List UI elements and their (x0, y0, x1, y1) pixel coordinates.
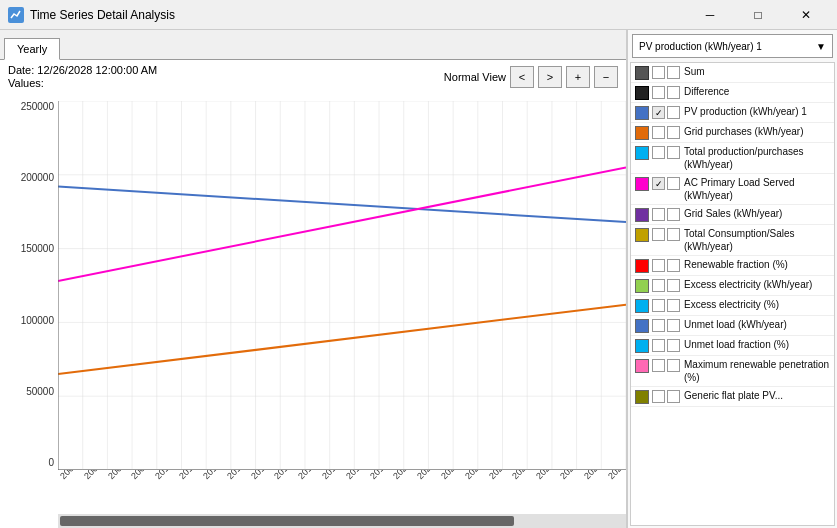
ac-primary-load-line (58, 167, 626, 281)
unmet-load-kwh-check1[interactable] (652, 319, 665, 332)
excess-elec-pct-check2[interactable] (667, 299, 680, 312)
zoom-out-button[interactable]: − (594, 66, 618, 88)
unmet-load-frac-color (635, 339, 649, 353)
total-production-check2[interactable] (667, 146, 680, 159)
excess-elec-kwh-legend-label: Excess electricity (kWh/year) (684, 278, 830, 291)
generic-flatplate-check1[interactable] (652, 390, 665, 403)
pv-check1[interactable]: ✓ (652, 106, 665, 119)
pv-check2[interactable] (667, 106, 680, 119)
tab-yearly[interactable]: Yearly (4, 38, 60, 60)
total-consumption-check1[interactable] (652, 228, 665, 241)
renewable-fraction-color (635, 259, 649, 273)
x-label-2021: 2021 (415, 470, 436, 481)
renewable-fraction-legend-label: Renewable fraction (%) (684, 258, 830, 271)
grid-sales-color (635, 208, 649, 222)
generic-flatplate-legend-label: Generic flat plate PV... (684, 389, 830, 402)
generic-flatplate-check2[interactable] (667, 390, 680, 403)
excess-elec-pct-legend-label: Excess electricity (%) (684, 298, 830, 311)
legend-item-unmet-load-frac: Unmet load fraction (%) (631, 336, 834, 356)
x-label-2011: 2011 (177, 470, 198, 481)
pv-line (58, 187, 626, 222)
chart-container: 250000 200000 150000 100000 50000 0 (0, 93, 626, 528)
nav-controls: Normal View < > + − (444, 66, 618, 88)
maximize-button[interactable]: □ (735, 0, 781, 30)
main-content: Yearly Date: 12/26/2028 12:00:00 AM Valu… (0, 30, 837, 528)
x-label-2017: 2017 (320, 470, 341, 481)
ac-load-check1[interactable]: ✓ (652, 177, 665, 190)
excess-elec-kwh-check2[interactable] (667, 279, 680, 292)
difference-color-box (635, 86, 649, 100)
grid-purchases-line (58, 305, 626, 374)
legend-item-pv: ✓ PV production (kWh/year) 1 (631, 103, 834, 123)
max-renewable-check1[interactable] (652, 359, 665, 372)
title-bar: Time Series Detail Analysis ─ □ ✕ (0, 0, 837, 30)
unmet-load-frac-check2[interactable] (667, 339, 680, 352)
grid-sales-legend-label: Grid Sales (kWh/year) (684, 207, 830, 220)
total-production-check1[interactable] (652, 146, 665, 159)
max-renewable-check2[interactable] (667, 359, 680, 372)
grid-sales-check1[interactable] (652, 208, 665, 221)
legend-area[interactable]: Sum Difference ✓ PV production (kWh/year… (630, 62, 835, 526)
legend-item-renewable-fraction: Renewable fraction (%) (631, 256, 834, 276)
total-consumption-check2[interactable] (667, 228, 680, 241)
zoom-in-button[interactable]: + (566, 66, 590, 88)
ac-load-color (635, 177, 649, 191)
difference-label: Difference (684, 85, 830, 98)
close-button[interactable]: ✕ (783, 0, 829, 30)
x-label-2027: 2027 (558, 470, 579, 481)
unmet-load-frac-check1[interactable] (652, 339, 665, 352)
grid-purchases-check1[interactable] (652, 126, 665, 139)
horizontal-scrollbar[interactable] (58, 514, 626, 528)
x-label-2013: 2013 (225, 470, 246, 481)
renewable-fraction-check2[interactable] (667, 259, 680, 272)
unmet-load-kwh-legend-label: Unmet load (kWh/year) (684, 318, 830, 331)
scrollbar-thumb[interactable] (60, 516, 514, 526)
dropdown-arrow-icon: ▼ (816, 41, 826, 52)
chart-svg (58, 101, 626, 470)
x-label-2010: 2010 (153, 470, 174, 481)
grid-purchases-check2[interactable] (667, 126, 680, 139)
x-label-2026: 2026 (534, 470, 555, 481)
unmet-load-kwh-check2[interactable] (667, 319, 680, 332)
difference-check1[interactable] (652, 86, 665, 99)
x-label-2012: 2012 (201, 470, 222, 481)
legend-difference-row: Difference (631, 83, 834, 103)
x-label-2018: 2018 (344, 470, 365, 481)
grid-sales-check2[interactable] (667, 208, 680, 221)
ac-load-check2[interactable] (667, 177, 680, 190)
normal-view-label: Normal View (444, 71, 506, 83)
total-production-legend-label: Total production/purchases (kWh/year) (684, 145, 830, 171)
chart-header: Date: 12/26/2028 12:00:00 AM Values: Nor… (0, 60, 626, 93)
difference-check2[interactable] (667, 86, 680, 99)
sum-check2[interactable] (667, 66, 680, 79)
legend-item-excess-elec-pct: Excess electricity (%) (631, 296, 834, 316)
grid-purchases-legend-label: Grid purchases (kWh/year) (684, 125, 830, 138)
x-label-2024: 2024 (487, 470, 508, 481)
pv-dropdown[interactable]: PV production (kWh/year) 1 ▼ (632, 34, 833, 58)
x-label-2015: 2015 (272, 470, 293, 481)
grid-purchases-color (635, 126, 649, 140)
pv-legend-label: PV production (kWh/year) 1 (684, 105, 830, 118)
legend-item-grid-purchases: Grid purchases (kWh/year) (631, 123, 834, 143)
date-info: Date: 12/26/2028 12:00:00 AM Values: (8, 64, 157, 89)
excess-elec-kwh-color (635, 279, 649, 293)
x-label-2022: 2022 (439, 470, 460, 481)
y-axis: 250000 200000 150000 100000 50000 0 (0, 101, 58, 468)
excess-elec-kwh-check1[interactable] (652, 279, 665, 292)
sum-checks (652, 66, 680, 79)
nav-back-button[interactable]: < (510, 66, 534, 88)
difference-checks (652, 86, 680, 99)
x-label-2025: 2025 (510, 470, 531, 481)
legend-item-total-production: Total production/purchases (kWh/year) (631, 143, 834, 174)
minimize-button[interactable]: ─ (687, 0, 733, 30)
nav-forward-button[interactable]: > (538, 66, 562, 88)
total-consumption-color (635, 228, 649, 242)
sum-check1[interactable] (652, 66, 665, 79)
values-label: Values: (8, 77, 157, 89)
renewable-fraction-check1[interactable] (652, 259, 665, 272)
x-label-2008: 2008 (106, 470, 127, 481)
sum-label: Sum (684, 65, 830, 78)
excess-elec-pct-check1[interactable] (652, 299, 665, 312)
legend-item-excess-elec-kwh: Excess electricity (kWh/year) (631, 276, 834, 296)
ac-load-legend-label: AC Primary Load Served (kWh/year) (684, 176, 830, 202)
